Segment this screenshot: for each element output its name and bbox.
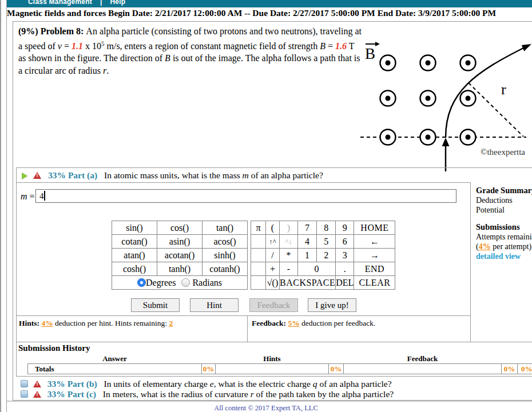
radians-label: Radians [192, 278, 222, 287]
key-arrow-right[interactable]: → [354, 249, 395, 262]
end-date-value: 3/9/2017 5:00:00 PM [418, 8, 496, 18]
warning-icon [33, 172, 41, 179]
dashed-radius-line [469, 83, 523, 137]
grade-summary-title: Grade Summary [476, 186, 532, 195]
key-home[interactable]: HOME [354, 221, 395, 235]
key-9[interactable]: 9 [336, 221, 354, 235]
submission-history-table: Answer Hints Feedback Total Totals 0% 0%… [27, 354, 532, 374]
date-dash: -- [244, 8, 252, 18]
left-gutter [0, 0, 7, 412]
magnetic-field-figure: B r ©theexpertta [359, 26, 532, 174]
key-asin[interactable]: asin() [157, 235, 203, 249]
col-header-feedback: Feedback [344, 354, 502, 364]
key-multiply[interactable]: * [280, 249, 298, 262]
hints-band-top-border [16, 315, 470, 316]
key-exponent[interactable]: ↑^ [266, 235, 280, 249]
totals-feedback-cell [344, 364, 502, 374]
answer-input[interactable] [35, 189, 456, 203]
answer-variable-label: m = [21, 191, 37, 202]
key-6[interactable]: 6 [336, 235, 354, 249]
key-sqrt[interactable]: √() [266, 276, 280, 290]
key-sinh[interactable]: sinh() [203, 249, 248, 262]
key-3[interactable]: 3 [336, 249, 354, 262]
key-8[interactable]: 8 [317, 221, 336, 235]
totals-feedback-pct: 0% [502, 364, 518, 374]
partb-label: 33% Part (b) [47, 379, 97, 389]
assignment-header: Magnetic fields and forces Begin Date: 2… [7, 8, 532, 18]
svg-text:B: B [365, 45, 375, 62]
menubar: Class Management|Help [6, 0, 532, 7]
key-del[interactable]: DEL [336, 276, 354, 290]
key-end[interactable]: END [354, 262, 395, 276]
b-vector-label: B [365, 42, 380, 62]
key-rparen: ) [280, 221, 298, 235]
key-divide[interactable]: / [266, 249, 280, 262]
key-tan[interactable]: tan() [203, 221, 248, 235]
feedback-deduction-pct: 5% [288, 319, 299, 327]
key-cotan[interactable]: cotan() [112, 235, 157, 249]
radians-radio[interactable] [181, 278, 190, 287]
key-4[interactable]: 4 [297, 235, 316, 249]
hint-button[interactable]: Hint [190, 298, 239, 312]
key-clear[interactable]: CLEAR [354, 276, 395, 290]
key-minus[interactable]: - [280, 262, 298, 276]
key-atan[interactable]: atan() [112, 249, 157, 262]
give-up-button[interactable]: I give up! [308, 298, 356, 312]
key-acos[interactable]: acos() [203, 235, 248, 249]
entry-arrowhead [442, 138, 450, 146]
totals-hints-cell [216, 364, 329, 374]
assignment-title: Magnetic fields and forces [7, 8, 108, 18]
radius-label: r [501, 81, 506, 98]
menu-help[interactable]: Help [110, 0, 125, 6]
totals-hints-pct: 0% [329, 364, 344, 374]
totals-total-pct: 0% [518, 364, 532, 374]
problem-statement: (9%) Problem 8: An alpha particle (consi… [18, 25, 362, 77]
play-icon[interactable] [22, 173, 27, 179]
key-cotanh[interactable]: cotanh() [203, 262, 248, 276]
expand-icon-b[interactable] [21, 380, 28, 387]
begin-date-value: 2/21/2017 12:00:00 AM [155, 8, 244, 18]
detailed-view-link[interactable]: detailed view [476, 251, 532, 261]
footer-copyright: All content © 2017 Expert TA, LLC [0, 404, 532, 412]
key-0[interactable]: 0 [297, 262, 335, 276]
sidebar-divider [470, 182, 471, 342]
key-tanh[interactable]: tanh() [157, 262, 203, 276]
key-7[interactable]: 7 [297, 221, 316, 235]
key-cos[interactable]: cos() [157, 221, 203, 235]
key-acotan[interactable]: acotan() [157, 249, 203, 262]
key-cosh[interactable]: cosh() [112, 262, 157, 276]
angle-mode-row: Degrees Radians [112, 276, 248, 290]
key-sin[interactable]: sin() [112, 221, 157, 235]
key-5[interactable]: 5 [317, 235, 336, 249]
partc-label: 33% Part (c) [47, 389, 96, 399]
key-lparen[interactable]: ( [266, 221, 280, 235]
key-decimal[interactable]: . [336, 262, 354, 276]
field-dot-centers [386, 61, 471, 140]
hints-remaining-count: 2 [169, 319, 173, 327]
hint-deduction-pct: 4% [41, 319, 53, 327]
potential-label: Potential [476, 205, 532, 215]
submit-button[interactable]: Submit [131, 298, 180, 312]
degrees-radio[interactable] [137, 278, 146, 287]
key-plus[interactable]: + [266, 262, 280, 276]
submission-top-border [16, 342, 532, 342]
degrees-label: Degrees [146, 278, 176, 287]
per-attempt-pct: 4% [479, 242, 491, 251]
parta-question: In atomic mass units, what is the mass m… [104, 170, 323, 180]
expand-icon-c[interactable] [21, 390, 28, 398]
partb-question: In units of elementary charge e, what is… [104, 379, 392, 389]
menu-class-management[interactable]: Class Management [28, 0, 92, 6]
end-date-label: End Date: [378, 8, 418, 18]
field-value: 1.6 [335, 41, 347, 51]
key-1[interactable]: 1 [297, 249, 316, 262]
partc-row: 33% Part (c) In meters, what is the radi… [21, 389, 394, 399]
totals-answer-pct: 0% [202, 364, 216, 374]
attempts-remaining-label: Attempts remaining [476, 232, 532, 242]
hints-band-divider [247, 315, 248, 342]
parta-left-border [16, 167, 17, 376]
totals-label: Totals [28, 364, 202, 374]
key-2[interactable]: 2 [317, 249, 336, 262]
key-arrow-left[interactable]: ← [354, 235, 395, 249]
key-pi[interactable]: π [251, 221, 266, 235]
key-backspace[interactable]: BACKSPACE [280, 276, 336, 290]
